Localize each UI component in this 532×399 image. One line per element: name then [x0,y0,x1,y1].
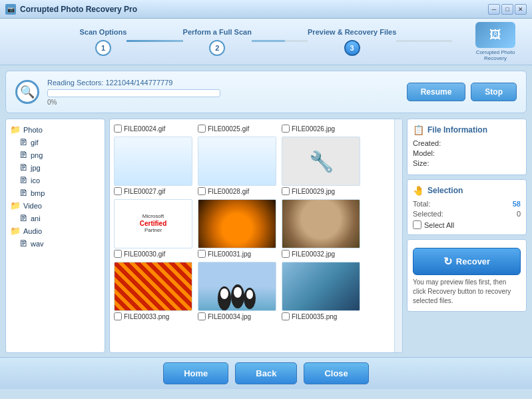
file-info-title: 📋 File Information [413,125,521,135]
file-checkbox-26[interactable] [282,125,290,133]
ani-icon: 🖹 [19,213,28,223]
bmp-icon: 🖹 [19,188,28,198]
logo-image: 🖼 [475,22,515,48]
tree-item-photo[interactable]: 📁 Photo [10,123,101,136]
tree-item-ani[interactable]: 🖹 ani [19,212,101,224]
file-thumb-28[interactable] [198,137,276,186]
selected-value: 0 [517,210,521,218]
video-folder-icon: 📁 [10,200,21,210]
maximize-button[interactable]: □ [501,4,513,15]
step-2: Perform a Full Scan 2 [183,28,252,56]
close-nav-button[interactable]: Close [304,362,368,384]
file-checkbox-29[interactable] [282,187,290,195]
stop-button[interactable]: Stop [471,83,517,101]
selection-box: 🤚 Selection Total: 58 Selected: 0 Select… [407,179,527,235]
tree-item-ico[interactable]: 🖹 ico [19,174,101,187]
file-checkbox-30[interactable] [114,250,122,258]
file-label-24: FILE00024.gif [124,125,165,133]
files-row-4: FILE00033.png FILE00034.jpg [114,262,398,320]
photo-folder-icon: 📁 [10,125,21,135]
file-checkbox-33[interactable] [114,312,122,320]
titlebar: 📷 Corrupted Photo Recovery Pro ─ □ ✕ [0,0,532,19]
step-line-1-2 [127,40,182,42]
file-label-33: FILE00033.png [124,313,169,320]
model-label: Model: [413,149,435,157]
total-label: Total: [413,200,430,208]
step-1-circle: 1 [95,40,111,56]
tree-label-gif: gif [31,139,39,147]
recover-label: Recover [456,256,490,266]
file-checkbox-34[interactable] [198,312,206,320]
select-all-row: Select All [413,220,521,229]
file-thumb-34[interactable] [198,262,276,311]
scan-percent: 0% [47,99,399,106]
file-thumb-31[interactable] [198,199,276,248]
back-button[interactable]: Back [235,362,297,384]
file-thumb-33[interactable] [114,262,192,311]
file-checkbox-28[interactable] [198,187,206,195]
file-checkbox-31[interactable] [198,250,206,258]
file-cell-33: FILE00033.png [114,262,194,320]
tree-label-ani: ani [31,214,41,222]
file-created-row: Created: [413,139,521,147]
file-checkbox-24[interactable] [114,125,122,133]
files-scrollbar[interactable] [394,119,402,352]
logo-area: 🖼 Corrupted PhotoRecovery [465,22,525,62]
file-label-26: FILE00026.jpg [292,125,335,133]
ico-icon: 🖹 [19,175,28,185]
file-thumb-32[interactable] [282,199,360,248]
steps-bar: Scan Options 1 Perform a Full Scan 2 Pre… [0,19,532,65]
file-label-29: FILE00029.jpg [292,188,335,195]
file-cell-32: FILE00032.jpg [282,199,362,258]
file-checkbox-27[interactable] [114,187,122,195]
tree-item-gif[interactable]: 🖹 gif [19,136,101,149]
file-info-title-text: File Information [427,125,487,135]
selection-icon: 🤚 [413,185,424,196]
png-icon: 🖹 [19,150,28,160]
files-panel: FILE00024.gif FILE00025.gif FILE00026.jp… [109,119,403,353]
step-line-2-3 [252,40,308,42]
tree-item-jpg[interactable]: 🖹 jpg [19,161,101,174]
size-label: Size: [413,159,429,167]
file-checkbox-25[interactable] [198,125,206,133]
file-thumb-30[interactable]: MicrosoftCertifiedPartner [114,199,192,248]
step-3: Preview & Recovery Files 3 [308,28,396,56]
tree-item-bmp[interactable]: 🖹 bmp [19,187,101,199]
recover-button[interactable]: ↻ Recover [413,248,521,275]
files-row-1: FILE00024.gif FILE00025.gif FILE00026.jp… [114,123,398,133]
file-thumb-29[interactable]: 🔧 [282,137,360,186]
file-checkbox-35[interactable] [282,312,290,320]
progress-bar-container [47,89,220,97]
tree-label-bmp: bmp [31,189,45,197]
minimize-button[interactable]: ─ [488,4,500,15]
file-label-31: FILE00031.jpg [208,250,251,258]
file-checkbox-32[interactable] [282,250,290,258]
file-label-32: FILE00032.jpg [292,250,335,258]
tree-item-png[interactable]: 🖹 png [19,149,101,161]
total-value: 58 [513,200,521,208]
tree-item-audio[interactable]: 📁 Audio [10,224,101,237]
select-all-checkbox[interactable] [413,220,421,229]
selection-title-text: Selection [427,186,463,195]
resume-button[interactable]: Resume [407,83,466,101]
file-cell-25: FILE00025.gif [198,123,278,133]
tree-label-png: png [31,151,43,159]
step-2-circle: 2 [209,40,225,56]
close-button[interactable]: ✕ [515,4,527,15]
file-cell-26: FILE00026.jpg [282,123,362,133]
tree-label-wav: wav [31,240,44,248]
tree-item-wav[interactable]: 🖹 wav [19,237,101,250]
file-thumb-27[interactable] [114,137,192,186]
file-label-35: FILE00035.png [292,313,337,320]
recover-hint: You may preview files first, then click … [413,278,521,306]
files-row-2: FILE00027.gif FILE00028.gif 🔧 FILE00029.… [114,137,398,195]
selection-title: 🤚 Selection [413,185,521,196]
total-row: Total: 58 [413,200,521,208]
created-label: Created: [413,139,441,147]
home-button[interactable]: Home [163,362,228,384]
tree-item-video[interactable]: 📁 Video [10,199,101,212]
svg-point-1 [220,288,228,299]
file-info-icon: 📋 [413,125,424,135]
file-cell-31: FILE00031.jpg [198,199,278,258]
file-thumb-35[interactable] [282,262,360,311]
